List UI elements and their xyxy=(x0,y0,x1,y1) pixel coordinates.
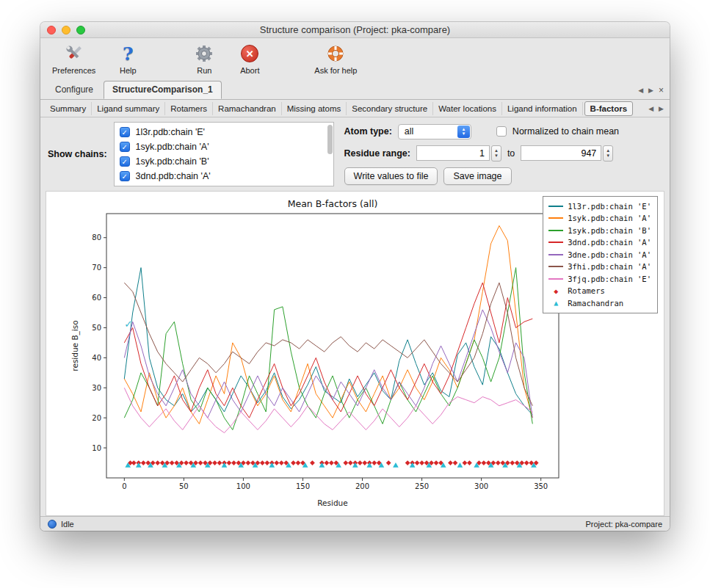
svg-text:20: 20 xyxy=(92,414,101,422)
tools-icon xyxy=(63,43,85,65)
subtab-secondary-structure[interactable]: Secondary structure xyxy=(347,102,433,115)
tab-structure-comparison-1[interactable]: StructureComparison_1 xyxy=(104,81,222,99)
help-button[interactable]: ? Help xyxy=(115,43,141,75)
chain-checkbox[interactable] xyxy=(120,127,130,137)
project-label: Project: pka-compare xyxy=(585,520,662,529)
abort-button[interactable]: ✕ Abort xyxy=(236,43,263,75)
subtab-water-locations[interactable]: Water locations xyxy=(433,102,502,115)
svg-text:300: 300 xyxy=(474,482,488,490)
svg-text:50: 50 xyxy=(179,482,189,490)
subtab-ligand-summary[interactable]: Ligand summary xyxy=(92,102,165,115)
svg-text:100: 100 xyxy=(236,482,250,490)
atom-type-label: Atom type: xyxy=(344,126,392,137)
chain-list-item[interactable]: 1l3r.pdb:chain 'E' xyxy=(115,125,333,139)
dropdown-arrows-icon: ▲▼ xyxy=(457,126,470,138)
atom-type-value: all xyxy=(405,126,414,137)
toolbar-label: Preferences xyxy=(52,66,95,75)
svg-text:80: 80 xyxy=(92,233,101,242)
residue-range-from-input[interactable] xyxy=(416,145,490,161)
b-factor-plot: ✓0501001502002503003501020304050607080Me… xyxy=(68,195,568,512)
plot-legend: 1l3r.pdb:chain 'E'1syk.pdb:chain 'A'1syk… xyxy=(543,196,658,313)
chain-label: 1syk.pdb:chain 'B' xyxy=(136,156,209,167)
legend-entry: 3dne.pdb:chain 'A' xyxy=(548,249,651,261)
tab-configure[interactable]: Configure xyxy=(46,81,102,99)
help-icon: ? xyxy=(123,43,134,65)
chain-label: 1l3r.pdb:chain 'E' xyxy=(136,127,205,137)
run-button[interactable]: Run xyxy=(191,43,217,75)
toolbar: Preferences ? Help Run xyxy=(40,38,670,81)
residue-range-to-input[interactable] xyxy=(521,145,601,161)
scrollbar-thumb[interactable] xyxy=(327,125,333,154)
check-annotation: ✓ xyxy=(124,319,132,330)
preferences-button[interactable]: Preferences xyxy=(52,43,95,75)
subtab-ramachandran[interactable]: Ramachandran xyxy=(213,102,282,115)
svg-text:70: 70 xyxy=(92,264,101,272)
subtab-nav-right-icon[interactable]: ▶ xyxy=(659,105,664,112)
ask-for-help-button[interactable]: Ask for help xyxy=(314,43,357,75)
svg-text:0: 0 xyxy=(122,482,126,490)
toolbar-label: Abort xyxy=(240,66,259,75)
traffic-lights xyxy=(47,26,85,35)
legend-entry: 1syk.pdb:chain 'A' xyxy=(548,213,651,225)
legend-entry: 3fjq.pdb:chain 'E' xyxy=(548,273,651,285)
residue-range-label: Residue range: xyxy=(344,148,410,159)
tab-nav-right-icon[interactable]: ▶ xyxy=(648,87,653,94)
legend-entry: 1l3r.pdb:chain 'E' xyxy=(548,200,651,212)
gear-icon xyxy=(195,43,214,65)
subtab-summary[interactable]: Summary xyxy=(45,102,92,115)
svg-text:10: 10 xyxy=(92,444,101,452)
chain-list-item[interactable]: 1syk.pdb:chain 'A' xyxy=(115,139,333,154)
atom-type-select[interactable]: all ▲▼ xyxy=(398,124,471,139)
svg-text:200: 200 xyxy=(355,482,369,490)
subtab-bar: Summary Ligand summary Rotamers Ramachan… xyxy=(40,100,670,117)
svg-text:30: 30 xyxy=(92,384,101,392)
chain-checkbox[interactable] xyxy=(120,156,130,167)
x-axis-label: Residue xyxy=(317,498,347,507)
write-values-button[interactable]: Write values to file xyxy=(344,167,438,185)
main-tab-bar: Configure StructureComparison_1 ◀ ▶ × xyxy=(40,81,670,100)
tab-nav-controls: ◀ ▶ × xyxy=(638,85,664,99)
range-to-stepper[interactable]: ▲▼ xyxy=(603,145,613,161)
chain-label: 1syk.pdb:chain 'A' xyxy=(136,142,209,152)
zoom-window-button[interactable] xyxy=(76,26,85,35)
svg-text:350: 350 xyxy=(534,482,548,490)
life-ring-icon xyxy=(326,43,345,65)
subtab-nav-controls: ◀ ▶ xyxy=(648,105,665,112)
chain-list-scrollbar[interactable] xyxy=(327,125,333,184)
window-title: Structure comparison (Project: pka-compa… xyxy=(260,24,450,35)
legend-entry: ▲Ramachandran xyxy=(548,297,651,309)
svg-text:40: 40 xyxy=(92,354,101,362)
status-bar: Idle Project: pka-compare xyxy=(40,516,670,531)
status-indicator-icon xyxy=(48,520,57,529)
normalized-label: Normalized to chain mean xyxy=(512,126,619,137)
subtab-rotamers[interactable]: Rotamers xyxy=(165,102,213,115)
subtab-nav-left-icon[interactable]: ◀ xyxy=(648,105,653,112)
minimize-window-button[interactable] xyxy=(62,26,70,35)
svg-text:150: 150 xyxy=(296,482,310,490)
chain-checkbox[interactable] xyxy=(120,171,130,181)
toolbar-label: Run xyxy=(197,66,211,75)
close-tab-icon[interactable]: × xyxy=(659,85,664,95)
save-image-button[interactable]: Save image xyxy=(443,167,511,185)
subtab-missing-atoms[interactable]: Missing atoms xyxy=(282,102,347,115)
subtab-b-factors[interactable]: B-factors xyxy=(584,101,633,116)
controls-panel: Show chains: 1l3r.pdb:chain 'E' 1syk.pdb… xyxy=(40,117,670,191)
app-window: Structure comparison (Project: pka-compa… xyxy=(40,22,670,531)
chain-list-item[interactable]: 3dnd.pdb:chain 'A' xyxy=(115,169,333,184)
legend-entry: 3dnd.pdb:chain 'A' xyxy=(548,237,651,249)
show-chains-label: Show chains: xyxy=(48,149,107,159)
title-bar: Structure comparison (Project: pka-compa… xyxy=(40,22,670,38)
chain-checkbox[interactable] xyxy=(120,142,130,152)
chain-list[interactable]: 1l3r.pdb:chain 'E' 1syk.pdb:chain 'A' 1s… xyxy=(114,122,334,186)
chart-title: Mean B-factors (all) xyxy=(288,198,378,209)
close-window-button[interactable] xyxy=(47,26,56,35)
normalized-checkbox[interactable] xyxy=(496,126,507,137)
range-from-stepper[interactable]: ▲▼ xyxy=(491,145,501,161)
svg-text:60: 60 xyxy=(92,294,101,302)
subtab-ligand-information[interactable]: Ligand information xyxy=(502,102,583,115)
range-to-label: to xyxy=(507,148,515,159)
chart-panel: ✓0501001502002503003501020304050607080Me… xyxy=(46,191,664,516)
status-text: Idle xyxy=(61,520,74,529)
tab-nav-left-icon[interactable]: ◀ xyxy=(638,87,643,94)
chain-list-item[interactable]: 1syk.pdb:chain 'B' xyxy=(115,154,333,169)
